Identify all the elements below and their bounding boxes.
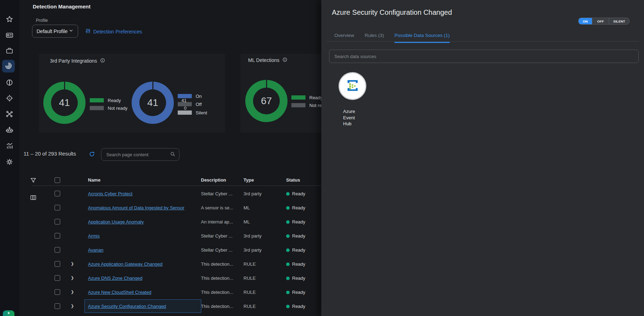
- donut-value: 41: [59, 97, 70, 108]
- row-checkbox[interactable]: [55, 275, 60, 281]
- expand-chevron-icon[interactable]: ❯: [71, 290, 74, 294]
- detection-link[interactable]: Azure Application Gateway Changed: [88, 261, 163, 267]
- column-header-status[interactable]: Status: [286, 177, 300, 183]
- legend-row: Ready: [291, 95, 321, 100]
- detection-link[interactable]: Azure DNS Zone Changed: [88, 276, 143, 281]
- profile-dropdown[interactable]: Default Profile: [32, 25, 78, 38]
- legend-row: On 41: [178, 94, 202, 99]
- detection-management-page: Detection Management Profile Default Pro…: [19, 0, 321, 316]
- table-row: ❯ Azure Application Gateway Changed This…: [19, 257, 321, 271]
- detection-link[interactable]: Azure New CloudShell Created: [88, 290, 151, 295]
- network-icon: [6, 110, 13, 119]
- data-sources-search-input[interactable]: [334, 53, 634, 59]
- column-header-description[interactable]: Description: [201, 177, 226, 183]
- status-dot: [286, 263, 290, 266]
- ready-donut-chart: 41: [43, 82, 86, 124]
- filter-funnel-icon[interactable]: [30, 177, 37, 185]
- profile-label: Profile: [36, 18, 48, 23]
- row-checkbox[interactable]: [55, 219, 60, 225]
- data-source-tile[interactable]: [339, 72, 366, 100]
- toggle-on-button[interactable]: ON: [579, 18, 592, 24]
- detections-spiral-icon: [5, 62, 12, 71]
- info-icon[interactable]: [282, 57, 288, 63]
- chart-icon: [6, 142, 13, 151]
- card-reader-icon: [6, 31, 13, 40]
- donut-value: 67: [261, 95, 272, 107]
- detection-link[interactable]: Acronis Cyber Protect: [88, 191, 132, 196]
- card-title: 3rd Party Integrations: [50, 58, 97, 64]
- status-dot: [286, 206, 290, 210]
- expand-chevron-icon[interactable]: ❯: [71, 304, 74, 308]
- table-row: Application Usage Anomaly An internal ap…: [19, 215, 321, 229]
- row-checkbox[interactable]: [55, 289, 60, 295]
- sidebar-item-automation[interactable]: [5, 125, 14, 135]
- expand-chevron-icon[interactable]: ❯: [71, 276, 74, 280]
- column-header-type[interactable]: Type: [244, 177, 254, 183]
- results-count: 11 – 20 of 293 Results: [24, 151, 76, 157]
- briefcase-icon: [6, 47, 13, 56]
- expand-chevron-icon[interactable]: ❯: [71, 261, 74, 266]
- row-checkbox[interactable]: [55, 303, 60, 309]
- row-checkbox[interactable]: [55, 191, 60, 196]
- legend-row: Not ready: [291, 103, 321, 108]
- sidebar-item-targets[interactable]: [5, 94, 14, 103]
- page-search-input[interactable]: [106, 152, 170, 158]
- detection-link[interactable]: Application Usage Anomaly: [88, 219, 144, 225]
- ml-detections-card: ML Detections 67 Ready Not ready: [240, 54, 321, 133]
- on-off-donut-chart: 41: [132, 82, 174, 124]
- legend-row: Silent 0: [178, 110, 207, 115]
- card-title: ML Detections: [248, 57, 279, 63]
- robot-icon: [6, 126, 13, 135]
- panel-title: Azure Security Configuration Changed: [332, 8, 452, 17]
- detection-link[interactable]: Anomalous Amount of Data Ingested by Sen…: [88, 205, 184, 210]
- sidebar-item-reports[interactable]: [5, 141, 14, 151]
- page-search-box: [101, 148, 179, 161]
- status-dot: [286, 248, 290, 252]
- status-dot: [286, 277, 290, 280]
- status-dot: [286, 291, 290, 294]
- detection-detail-panel: Azure Security Configuration Changed ON …: [321, 0, 644, 316]
- row-checkbox[interactable]: [55, 261, 60, 267]
- sidebar-item-ml[interactable]: [5, 78, 14, 88]
- sidebar-item-cases[interactable]: [5, 46, 14, 56]
- info-icon[interactable]: [100, 58, 105, 64]
- sidebar-item-reader[interactable]: [5, 31, 14, 40]
- table-row-selected: ❯ Azure Security Configuration Changed T…: [19, 299, 321, 313]
- sliders-icon: [85, 28, 91, 35]
- legend-swatch: [291, 95, 305, 100]
- gear-icon: [6, 158, 13, 167]
- row-checkbox[interactable]: [55, 205, 60, 210]
- toggle-off-button[interactable]: OFF: [592, 18, 609, 24]
- toggle-silent-button[interactable]: SILENT: [609, 18, 629, 24]
- table-row: ❯ Azure New CloudShell Created This dete…: [19, 285, 321, 299]
- sidebar-item-settings[interactable]: [5, 157, 14, 167]
- status-dot: [286, 305, 290, 308]
- status-dot: [286, 220, 290, 224]
- sidebar-item-detections-active[interactable]: [2, 60, 15, 72]
- detection-link[interactable]: Armis: [88, 233, 100, 239]
- table-row: Anomalous Amount of Data Ingested by Sen…: [19, 201, 321, 215]
- detection-link[interactable]: Avanan: [88, 247, 103, 253]
- table-row: Armis Stellar Cyber ... 3rd party Ready: [19, 229, 321, 243]
- legend-swatch: [178, 102, 192, 106]
- legend-swatch: [178, 94, 192, 98]
- data-source-name: Azure Event Hub: [343, 108, 363, 127]
- profile-dropdown-value: Default Profile: [37, 29, 69, 34]
- status-dot: [286, 234, 290, 238]
- refresh-icon[interactable]: [89, 151, 95, 157]
- legend-row: Not ready 0: [90, 106, 127, 110]
- column-header-name[interactable]: Name: [88, 177, 100, 183]
- detection-preferences-link[interactable]: Detection Preferences: [85, 28, 142, 35]
- select-all-checkbox[interactable]: [55, 177, 60, 183]
- legend-swatch: [291, 103, 305, 107]
- on-off-silent-toggle: ON OFF SILENT: [578, 18, 630, 25]
- sidebar-item-connections[interactable]: [5, 109, 14, 119]
- sidebar-item-favorites[interactable]: [5, 15, 14, 25]
- row-checkbox[interactable]: [55, 247, 60, 253]
- assistant-button[interactable]: ✦: [3, 310, 14, 316]
- detection-link[interactable]: Azure Security Configuration Changed: [88, 304, 166, 309]
- sparkle-icon: ✦: [7, 310, 10, 316]
- star-icon: [6, 15, 13, 24]
- row-checkbox[interactable]: [55, 233, 60, 239]
- page-title: Detection Management: [33, 4, 90, 10]
